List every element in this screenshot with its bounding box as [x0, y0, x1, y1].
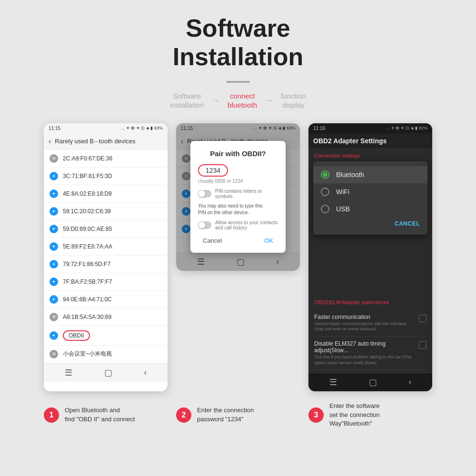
- phone2-wrapper: 11:15 ... ✦ ✿ ✦ ⊡ ◈ ▮ 63% ‹ Rarely used …: [176, 123, 300, 392]
- phone1-status-icons: ... ✦ ✿ ✦ ⊡ ◈ ▮ 63%: [121, 126, 163, 130]
- pair-dialog-overlay: Pair with OBDII? 1234 Usually 0000 or 12…: [176, 123, 300, 271]
- phone1-header-title: Rarely used B···tooth devices: [55, 138, 135, 145]
- step3-text: Enter the softwareset the connectionWay"…: [329, 402, 380, 428]
- list-item-obdii[interactable]: ✦ OBDII: [44, 326, 168, 346]
- nav-step3: functiondisplay: [281, 91, 306, 110]
- bt-icon-blue: ✦: [50, 189, 58, 198]
- phone3-mockup: 11:16 ... ✦ ✿ ✦ ⊡ ◈ ▮ 82% OBD2 Adapter S…: [308, 123, 432, 392]
- toggle2-switch[interactable]: [198, 221, 211, 229]
- phone1-bt-list: ⊞ 2C:A9:F0:67:DE:36 ✦ 3C:71:BF:81:F5:3D …: [44, 150, 168, 363]
- list-item: ✦ 4E:8A:02:E8:18:D9: [44, 185, 168, 203]
- pin-row: 1234: [198, 164, 278, 178]
- phone2-mockup: 11:15 ... ✦ ✿ ✦ ⊡ ◈ ▮ 63% ‹ Rarely used …: [176, 123, 300, 271]
- connection-dialog: Bluetooth WiFi USB CANCEL: [313, 161, 427, 235]
- menu-icon[interactable]: ☰: [329, 377, 337, 387]
- bluetooth-radio[interactable]: [321, 170, 329, 179]
- wifi-radio[interactable]: [321, 188, 329, 196]
- divider: [226, 81, 250, 83]
- phone1-time: 11:15: [49, 126, 60, 131]
- pair-dialog: Pair with OBDII? 1234 Usually 0000 or 12…: [190, 141, 286, 253]
- bt-icon-blue: ✦: [50, 278, 58, 286]
- phone3-time: 11:16: [313, 126, 325, 131]
- steps-nav: Softwareinstallation → connectbluetooth …: [170, 91, 306, 110]
- bt-icon-blue: ✦: [50, 225, 58, 233]
- step-descriptions: 1 Open Bluetooth andfind "OBD II" and co…: [10, 402, 466, 428]
- home-icon[interactable]: ▢: [104, 367, 112, 378]
- phone3-header-title: OBD2 Adapter Settings: [313, 137, 387, 145]
- bluetooth-label: Bluetooth: [336, 171, 364, 178]
- phone3-header: OBD2 Adapter Settings: [308, 133, 432, 149]
- step1-badge: 1: [44, 407, 59, 423]
- usb-radio[interactable]: [321, 205, 329, 213]
- pref1-item: Faster communication Attempt faster comm…: [314, 310, 426, 337]
- phone1-status-bar: 11:15 ... ✦ ✿ ✦ ⊡ ◈ ▮ 63%: [44, 123, 168, 133]
- phone1-header: ‹ Rarely used B···tooth devices: [44, 133, 168, 150]
- page-title: Software Installation: [173, 14, 303, 71]
- phones-row: 11:15 ... ✦ ✿ ✦ ⊡ ◈ ▮ 63% ‹ Rarely used …: [10, 123, 466, 392]
- step3-desc: 3 Enter the softwareset the connectionWa…: [308, 402, 432, 428]
- pref1-checkbox[interactable]: [419, 315, 426, 322]
- wifi-label: WiFi: [336, 188, 349, 196]
- step2-text: Enter the connectionpassword "1234": [197, 406, 254, 423]
- pref1-title: Faster communication: [314, 314, 415, 320]
- pref2-sub: Tick this if you have problem talking to…: [314, 355, 415, 366]
- bt-icon-gray: ⊞: [50, 350, 58, 358]
- pref2-item: Disable ELM327 auto timing adjust(Slow..…: [314, 337, 426, 370]
- list-item: ✦ 94:0E:6B:A4:71:0C: [44, 291, 168, 308]
- phone1-bottom-bar: ☰ ▢ ‹: [44, 363, 168, 382]
- toggle2-label: Allow access to your contacts and call h…: [215, 220, 278, 230]
- page-wrapper: Software Installation Softwareinstallati…: [0, 0, 476, 476]
- toggle1-switch[interactable]: [198, 190, 211, 198]
- list-item: ✦ 5E:89:F2:E6:7A:AA: [44, 238, 168, 256]
- pair-hint: Usually 0000 or 1234: [198, 178, 278, 184]
- list-item: ✦ 79:72:F1:86:5D:F7: [44, 256, 168, 273]
- toggle2-row: Allow access to your contacts and call h…: [198, 220, 278, 230]
- conn-wifi-option[interactable]: WiFi: [313, 183, 427, 200]
- pref2-checkbox[interactable]: [419, 341, 426, 349]
- pair-note: You may also need to type thisPIN on the…: [198, 203, 278, 216]
- step2-badge: 2: [176, 407, 191, 423]
- pref2-text: Disable ELM327 auto timing adjust(Slow..…: [314, 340, 415, 366]
- phone1-back-icon[interactable]: ‹: [49, 137, 51, 146]
- pref1-text: Faster communication Attempt faster comm…: [314, 314, 415, 332]
- arrow1-icon: →: [211, 96, 220, 106]
- list-item: ✦ 7F:BA:F2:5B:7F:F7: [44, 273, 168, 291]
- bt-icon-blue: ✦: [50, 295, 58, 304]
- bt-icon-blue: ✦: [50, 242, 58, 251]
- step3-badge: 3: [308, 407, 324, 423]
- dialog-cancel-button[interactable]: CANCEL: [313, 218, 427, 230]
- conn-bluetooth-option[interactable]: Bluetooth: [313, 166, 427, 183]
- section1-title: Connection settings: [308, 149, 432, 160]
- step1-text: Open Bluetooth andfind "OBD II" and conn…: [65, 406, 135, 423]
- phone3-status-bar: 11:16 ... ✦ ✿ ✦ ⊡ ◈ ▮ 82%: [308, 123, 432, 133]
- back-nav-icon[interactable]: ‹: [409, 377, 412, 387]
- menu-icon[interactable]: ☰: [65, 367, 72, 378]
- home-icon[interactable]: ▢: [369, 377, 377, 387]
- list-item: ✦ 3C:71:BF:81:F5:3D: [44, 168, 168, 185]
- list-item: ✦ 59:1C:20:02:C6:39: [44, 203, 168, 220]
- prefs-section-title: OBD2/ELM Adapter preferences: [308, 296, 432, 307]
- phone1-mockup: 11:15 ... ✦ ✿ ✦ ⊡ ◈ ▮ 63% ‹ Rarely used …: [44, 123, 168, 392]
- radio-inner: [323, 172, 327, 177]
- obdii-label: OBDII: [63, 330, 90, 341]
- pair-cancel-button[interactable]: Cancel: [198, 235, 227, 246]
- back-nav-icon[interactable]: ‹: [144, 367, 147, 378]
- conn-usb-option[interactable]: USB: [313, 200, 427, 218]
- list-item: ⊞ 小会议室~小米电视: [44, 346, 168, 363]
- usb-label: USB: [336, 205, 350, 213]
- list-item: ✦ 59:D0:89:0C:AE:85: [44, 220, 168, 238]
- pair-ok-button[interactable]: OK: [259, 235, 278, 246]
- bt-icon-gray: ⊞: [50, 313, 58, 321]
- bt-icon-gray: ⊞: [50, 154, 58, 163]
- bt-icon-blue: ✦: [50, 172, 58, 180]
- list-item: ⊞ 2C:A9:F0:67:DE:36: [44, 150, 168, 168]
- arrow2-icon: →: [265, 96, 273, 106]
- nav-step1: Softwareinstallation: [170, 91, 204, 110]
- pair-actions: Cancel OK: [198, 235, 278, 246]
- step1-desc: 1 Open Bluetooth andfind "OBD II" and co…: [44, 402, 168, 428]
- phone3-status-icons: ... ✦ ✿ ✦ ⊡ ◈ ▮ 82%: [386, 126, 427, 130]
- list-item: ⊞ A8:1B:5A:5A:30:69: [44, 308, 168, 326]
- pref1-sub: Attempt faster communications with the i…: [314, 321, 415, 332]
- pair-pin: 1234: [198, 164, 228, 177]
- nav-step2: connectbluetooth: [228, 91, 257, 110]
